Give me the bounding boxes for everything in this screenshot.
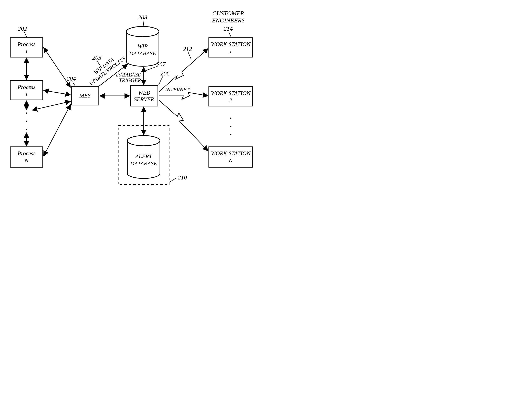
leader-204 — [73, 82, 75, 86]
workstation-n-box: WORK STATION N — [209, 147, 253, 167]
wip-database: WIP DATABASE — [126, 26, 159, 66]
arrow-p1-mes — [44, 47, 70, 87]
arrow-dots-mes — [32, 101, 70, 110]
mes-label: MES — [79, 92, 90, 99]
ws1-label-1: WORK STATION — [211, 41, 251, 47]
svg-point-4 — [26, 121, 27, 122]
workstations-ellipsis — [230, 118, 231, 135]
wip-data-ref: 205 — [92, 54, 101, 61]
process-2-label-1: Process — [17, 84, 35, 90]
alert-db-ref: 210 — [178, 174, 187, 181]
process-1-label-2: 1 — [25, 48, 28, 54]
process-n-box: Process N — [10, 147, 43, 167]
leader-214 — [229, 32, 231, 37]
mes-box: MES — [71, 87, 99, 105]
svg-point-17 — [230, 126, 231, 127]
arrow-pn-mes — [44, 105, 70, 156]
wip-db-ref: 208 — [138, 14, 147, 21]
process-2-label-2: 1 — [25, 91, 28, 97]
ws2-label-1: WORK STATION — [211, 90, 251, 96]
workstation-1-box: WORK STATION 1 — [209, 38, 253, 57]
arrow-web-wsn — [159, 100, 208, 151]
alert-db-label-1: ALERT — [135, 153, 153, 159]
ws2-label-2: 2 — [229, 97, 232, 103]
svg-rect-2 — [10, 147, 43, 167]
customers-heading-1: CUSTOMER — [212, 10, 244, 17]
leader-206 — [158, 76, 163, 85]
db-trigger-label-1: DATABASE — [116, 72, 141, 78]
ws1-label-2: 1 — [229, 48, 232, 54]
svg-point-12 — [127, 136, 160, 146]
internet-ref: 212 — [183, 46, 192, 52]
leader-202 — [24, 32, 27, 37]
svg-rect-15 — [209, 147, 253, 167]
leader-207 — [146, 66, 158, 70]
alert-database: ALERT DATABASE — [127, 136, 160, 178]
db-trigger-label-2: TRIGGER — [119, 77, 141, 83]
web-server-label-2: SERVER — [134, 96, 154, 102]
internet-label: INTERNET — [165, 87, 190, 93]
arrow-web-ws2 — [159, 92, 208, 99]
alert-db-label-2: DATABASE — [130, 160, 157, 167]
mes-ref: 204 — [67, 75, 76, 82]
web-server-label-1: WEB — [138, 90, 150, 96]
process-1-box: Process 1 — [10, 38, 43, 57]
process-n-label-2: N — [25, 157, 29, 163]
svg-point-5 — [26, 129, 27, 130]
svg-point-18 — [230, 134, 231, 135]
web-server-ref: 206 — [161, 70, 170, 77]
wip-db-label-2: DATABASE — [129, 50, 156, 57]
wsn-label-2: N — [229, 157, 233, 163]
process-1-ref: 202 — [18, 25, 27, 32]
wip-db-label-1: WIP — [138, 43, 148, 49]
processes-ellipsis — [26, 113, 27, 130]
arrow-p2-mes — [44, 90, 70, 95]
diagram-canvas: Process 1 202 Process 1 Process N MES 20… — [0, 0, 266, 202]
process-n-label-1: Process — [17, 150, 35, 156]
process-2-box: Process 1 — [10, 81, 43, 100]
db-trigger-ref: 207 — [157, 61, 166, 67]
workstation-2-box: WORK STATION 2 — [209, 87, 253, 106]
leader-208 — [143, 20, 143, 26]
leader-212 — [188, 52, 191, 59]
customers-heading-2: ENGINEERS — [212, 17, 245, 24]
wsn-label-1: WORK STATION — [211, 150, 251, 156]
process-1-label-1: Process — [17, 41, 35, 47]
web-server-box: WEB SERVER — [130, 86, 158, 106]
svg-point-3 — [26, 113, 27, 114]
ws1-ref: 214 — [224, 25, 233, 32]
svg-point-8 — [126, 26, 159, 37]
leader-210 — [170, 178, 177, 182]
svg-point-16 — [230, 118, 231, 119]
